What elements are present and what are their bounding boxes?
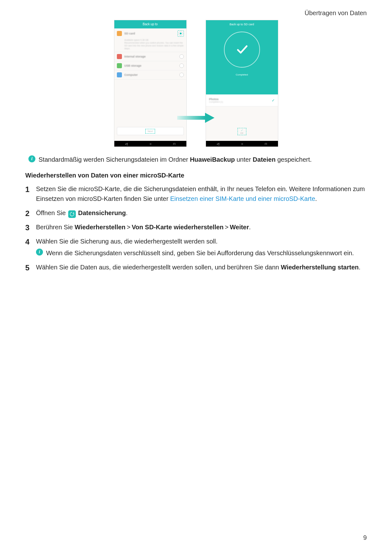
step-3: Berühren Sie Wiederherstellen>Von SD-Kar…	[25, 222, 367, 232]
ok-button[interactable]: ✓ OK	[237, 128, 246, 135]
step3-bold-2: Von SD-Karte wiederherstellen	[132, 224, 224, 231]
step3-text-a: Berühren Sie	[36, 224, 75, 231]
step5-bold: Wiederherstellung starten	[281, 264, 359, 271]
info-text-post: gespeichert.	[275, 156, 312, 163]
photos-check-icon: ✓	[272, 98, 275, 103]
svg-rect-0	[177, 116, 206, 120]
next-button[interactable]: Next	[117, 127, 184, 135]
opt-sd-label: SD card	[124, 32, 175, 35]
step-2: Öffnen Sie Datensicherung.	[25, 208, 367, 218]
step2-text-c: .	[126, 209, 128, 216]
info-bold-1: HuaweiBackup	[190, 156, 235, 163]
step-4: Wählen Sie die Sicherung aus, die wieder…	[25, 237, 367, 258]
info-note: i Standardmäßig werden Sicherungsdateien…	[28, 155, 367, 164]
step5-text-c: .	[359, 264, 360, 271]
page-header: Übertragen von Daten	[25, 9, 367, 17]
screenshot-backup-to: Back up to SD card Available space 5.38 …	[114, 20, 187, 147]
info-icon: i	[36, 249, 43, 256]
section-heading: Wiederherstellen von Daten von einer mic…	[25, 172, 367, 179]
screenshot-backup-complete: Back up to SD card Completed Photos Comp…	[206, 20, 278, 147]
step4-info: i Wenn die Sicherungsdaten verschlüsselt…	[36, 248, 367, 258]
sd-card-icon	[117, 31, 122, 36]
nav-home-icon[interactable]: ○	[241, 142, 243, 146]
info-bold-2: Dateien	[253, 156, 275, 163]
phone1-title: Back up to	[114, 20, 186, 28]
step-1: Setzen Sie die microSD-Karte, die die Si…	[25, 184, 367, 204]
step-5: Wählen Sie die Daten aus, die wiederherg…	[25, 262, 367, 272]
info-icon: i	[28, 155, 35, 162]
radio-sd[interactable]	[178, 31, 183, 36]
sd-desc-2: Recommended when you switch phones. You …	[124, 41, 184, 50]
page-number: 9	[363, 534, 367, 541]
nav-recent-icon[interactable]: □	[173, 142, 175, 146]
steps-list: Setzen Sie die microSD-Karte, die die Si…	[25, 184, 367, 272]
phone2-title: Back up to SD card	[230, 23, 254, 26]
nav-recent-icon[interactable]: □	[265, 142, 267, 146]
ok-button-label: OK	[240, 132, 243, 134]
breadcrumb-sep: >	[225, 224, 229, 231]
radio-usb[interactable]	[179, 63, 184, 68]
backup-app-icon	[68, 210, 76, 218]
ok-check-icon: ✓	[241, 129, 243, 132]
nav-home-icon[interactable]: ○	[149, 142, 151, 146]
nav-back-icon[interactable]: ◁	[217, 142, 219, 146]
step2-text-a: Öffnen Sie	[36, 209, 68, 216]
nav-back-icon[interactable]: ◁	[125, 142, 128, 146]
internal-storage-icon	[117, 54, 122, 59]
sd-desc-1: Available space 5.38 GB	[124, 39, 184, 41]
highlight-sd-radio	[178, 30, 184, 37]
photos-sub-label: Completed (1)	[209, 101, 223, 103]
next-button-label: Next	[145, 129, 155, 134]
opt-usb-label: USB storage	[124, 64, 177, 67]
arrow-icon	[177, 111, 215, 125]
link-insert-sim[interactable]: Einsetzen einer SIM-Karte und einer micr…	[170, 195, 315, 202]
photos-label: Photos	[209, 98, 223, 101]
info-text-mid: unter	[235, 156, 253, 163]
step3-bold-1: Wiederherstellen	[75, 224, 125, 231]
success-check-circle	[224, 32, 260, 68]
info-text-pre: Standardmäßig werden Sicherungsdateien i…	[39, 156, 190, 163]
usb-storage-icon	[117, 63, 122, 68]
completed-label: Completed	[236, 73, 248, 76]
svg-marker-1	[205, 113, 214, 123]
step2-bold: Datensicherung	[78, 209, 126, 216]
opt-computer-label: Computer	[124, 73, 177, 76]
android-navbar: ◁ ○ □	[206, 141, 278, 147]
radio-computer[interactable]	[179, 73, 184, 77]
computer-icon	[117, 72, 122, 77]
opt-internal-label: Internal storage	[124, 55, 177, 58]
step1-text-b: .	[315, 195, 317, 202]
step3-bold-3: Weiter	[230, 224, 249, 231]
step4-text: Wählen Sie die Sicherung aus, die wieder…	[36, 238, 218, 245]
android-navbar: ◁ ○ □	[114, 141, 186, 147]
radio-internal[interactable]	[179, 54, 184, 59]
screenshot-row: Back up to SD card Available space 5.38 …	[25, 20, 367, 147]
breadcrumb-sep: >	[127, 224, 130, 231]
step3-text-e: .	[249, 224, 251, 231]
step5-text-a: Wählen Sie die Daten aus, die wiederherg…	[36, 264, 281, 271]
step4-info-text: Wenn die Sicherungsdaten verschlüsselt s…	[46, 248, 354, 258]
opt-sd-desc: Available space 5.38 GB Recommended when…	[114, 39, 186, 52]
